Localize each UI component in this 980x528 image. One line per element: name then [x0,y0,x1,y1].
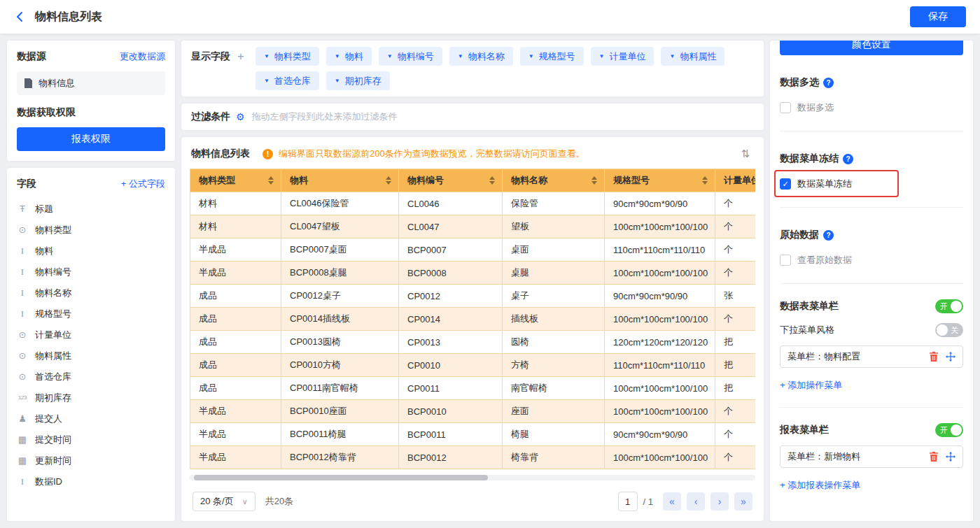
scrollbar-thumb[interactable] [194,475,488,480]
display-field-chip[interactable]: ▼ 物料 [326,47,372,66]
next-page-button[interactable]: › [710,492,729,511]
column-header[interactable]: 计量单位 [715,169,756,192]
field-item[interactable]: ⊙ 物料类型 [17,220,165,241]
menu-freeze-title: 数据菜单冻结 [780,152,839,165]
delete-icon[interactable] [929,452,939,462]
table-menu-toggle[interactable]: 开 [935,299,963,313]
display-field-chip[interactable]: ▼ 规格型号 [520,47,584,66]
table-row[interactable]: 材料 CL0047望板 CL0047 望板 100cm*100cm*100/10… [190,215,756,238]
table-menu-item[interactable]: 菜单栏：物料配置 [780,345,963,368]
table-row[interactable]: 半成品 BCP0007桌面 BCP0007 桌面 110cm*110cm*110… [190,238,756,262]
field-item[interactable]: I 规格型号 [17,304,165,324]
field-item[interactable]: Ŧ 标题 [17,199,165,220]
report-permission-button[interactable]: 报表权限 [17,127,165,151]
menu-freeze-checkbox[interactable]: ✓ 数据菜单冻结 [780,176,963,192]
report-menu-toggle[interactable]: 开 [935,423,963,437]
display-field-chip[interactable]: ▼ 计量单位 [591,47,654,66]
back-button[interactable] [14,10,27,23]
table-row[interactable]: 半成品 BCP0010座面 BCP0010 座面 100cm*100cm*100… [190,400,756,423]
display-field-chip[interactable]: ▼ 物料类型 [255,47,319,66]
cell-material-code: BCP0007 [399,238,503,262]
display-field-chip[interactable]: ▼ 物料名称 [449,47,513,66]
sort-carets-icon[interactable] [268,176,274,185]
color-settings-button[interactable]: 颜色设置 [780,41,963,55]
change-datasource-link[interactable]: 更改数据源 [120,50,165,63]
sort-carets-icon[interactable] [386,176,391,185]
cell-material-name: 桌子 [503,285,605,308]
field-item[interactable]: ⊙ 计量单位 [17,324,165,345]
checkbox-unchecked[interactable] [780,255,791,266]
report-menu-item[interactable]: 菜单栏：新增物料 [780,445,963,468]
table-row[interactable]: 半成品 BCP0011椅腿 BCP0011 椅腿 90cm*90cm*90/90… [190,423,756,446]
table-row[interactable]: 成品 CP0011南官帽椅 CP0011 南官帽椅 100cm*100cm*10… [190,377,756,400]
raw-data-checkbox[interactable]: 查看原始数据 [780,252,963,268]
table-row[interactable]: 成品 CP0014插线板 CP0014 插线板 100cm*100cm*100/… [190,308,756,331]
column-header[interactable]: 物料类型 [190,169,281,192]
chip-label: 物料 [345,50,363,63]
delete-icon[interactable] [929,352,939,362]
field-item[interactable]: ▦ 更新时间 [17,450,165,471]
table-row[interactable]: 成品 CP0013圆椅 CP0013 圆椅 120cm*120cm*120/12… [190,331,756,354]
sort-carets-icon[interactable] [489,176,495,185]
column-header[interactable]: 规格型号 [605,169,715,192]
display-field-chip[interactable]: ▼ 物料属性 [661,47,724,66]
help-icon[interactable]: ? [843,154,853,164]
cell-spec-model: 110cm*110cm*110/110 [605,238,715,262]
field-item[interactable]: ▦ 提交时间 [17,429,165,450]
field-item[interactable]: I 物料编号 [17,262,165,283]
display-field-chip[interactable]: ▼ 期初库存 [326,71,390,90]
display-field-chip[interactable]: ▼ 物料编号 [379,47,442,66]
table-panel: 物料信息列表 ! 编辑界面只取数据源前200条作为查询数据预览，完整数据请访问页… [181,137,764,521]
field-item[interactable]: I 物料 [17,241,165,262]
help-icon[interactable]: ? [823,230,834,241]
page-size-select[interactable]: 20 条/页 ∨ [192,492,255,511]
field-item[interactable]: I 物料名称 [17,283,165,304]
sort-icon[interactable]: ⇅ [736,148,754,160]
add-report-action-menu-link[interactable]: + 添加报表操作菜单 [780,479,860,492]
cell-material: CP0011南官帽椅 [281,377,399,400]
display-field-chip[interactable]: ▼ 首选仓库 [255,71,319,90]
page-number-input[interactable]: 1 [618,492,638,511]
field-item[interactable]: ⊙ 物料属性 [17,345,165,366]
field-item[interactable]: ⊙ 首选仓库 [17,366,165,387]
table-row[interactable]: 成品 CP0012桌子 CP0012 桌子 90cm*90cm*90/90 张 [190,285,756,308]
help-icon[interactable]: ? [823,78,834,88]
table-row[interactable]: 半成品 BCP0008桌腿 BCP0008 桌腿 100cm*100cm*100… [190,262,756,285]
horizontal-scrollbar[interactable] [190,475,755,480]
sort-carets-icon[interactable] [702,176,708,185]
move-icon[interactable] [946,352,955,362]
checkbox-checked[interactable]: ✓ [780,178,791,190]
dropdown-style-toggle[interactable]: 关 [935,323,963,337]
save-button[interactable]: 保存 [910,6,966,27]
add-display-field-button[interactable]: + [237,50,244,64]
cell-unit: 个 [715,446,756,469]
datasource-item[interactable]: 物料信息 [17,71,165,95]
field-item[interactable]: ♟ 提交人 [17,408,165,429]
checkbox-unchecked[interactable] [780,102,791,113]
add-formula-field-link[interactable]: + 公式字段 [121,178,165,190]
table-row[interactable]: 半成品 BCP0012椅靠背 BCP0012 椅靠背 100cm*100cm*1… [190,446,756,469]
filter-dropzone-placeholder[interactable]: 拖动左侧字段到此处来添加过滤条件 [252,110,398,123]
table-row[interactable]: 材料 CL0046保险管 CL0046 保险管 90cm*90cm*90/90 … [190,192,756,215]
add-action-menu-link[interactable]: + 添加操作菜单 [780,379,842,392]
column-header[interactable]: 物料编号 [399,169,503,192]
date-field-icon: ▦ [17,434,28,445]
divider [780,207,963,208]
last-page-button[interactable]: » [734,492,752,511]
multi-select-checkbox[interactable]: 数据多选 [780,100,963,115]
cell-spec-model: 100cm*100cm*100/100 [605,446,715,469]
column-header[interactable]: 物料 [281,169,399,192]
move-icon[interactable] [946,452,955,462]
gear-icon[interactable]: ⚙ [236,111,245,122]
warning-icon: ! [262,149,273,159]
first-page-button[interactable]: « [663,492,681,511]
table-row[interactable]: 成品 CP0010方椅 CP0010 方椅 110cm*110cm*110/11… [190,354,756,377]
field-item[interactable]: I 数据ID [17,471,165,492]
field-item-label: 物料名称 [35,287,71,299]
sort-carets-icon[interactable] [592,176,597,185]
cell-material-code: CP0011 [399,377,503,400]
column-header[interactable]: 物料名称 [503,169,605,192]
prev-page-button[interactable]: ‹ [687,492,705,511]
field-item[interactable]: 123 期初库存 [17,387,165,408]
chip-label: 规格型号 [539,50,575,63]
